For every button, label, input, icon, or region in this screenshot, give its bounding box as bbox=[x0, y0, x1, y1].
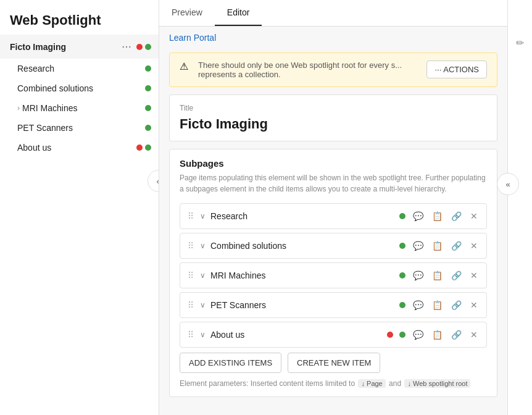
title-value: Ficto Imaging bbox=[180, 116, 487, 132]
row-chevron-icon[interactable]: ∨ bbox=[200, 212, 206, 220]
create-new-item-button[interactable]: CREATE NEW ITEM bbox=[288, 353, 380, 373]
row-copy-button[interactable]: 📋 bbox=[431, 269, 444, 282]
row-copy-button[interactable]: 📋 bbox=[431, 329, 444, 341]
subpage-row: ⠿ ∨ PET Scanners 💬 📋 🔗 ✕ bbox=[180, 292, 487, 318]
chevron-right-icon: › bbox=[17, 104, 20, 112]
row-delete-button[interactable]: ✕ bbox=[469, 210, 479, 222]
sidebar-item-label: About us bbox=[17, 143, 136, 153]
drag-handle-icon[interactable]: ⠿ bbox=[188, 330, 194, 340]
element-params: Element parameters: Inserted content ite… bbox=[180, 379, 487, 388]
main-content: Preview Editor Learn Portal ⚠ There shou… bbox=[159, 0, 507, 415]
row-icons: 💬 📋 🔗 ✕ bbox=[387, 329, 479, 341]
row-link-button[interactable]: 🔗 bbox=[450, 210, 463, 222]
row-label: Research bbox=[210, 211, 394, 221]
row-status-green bbox=[399, 272, 405, 279]
drag-handle-icon[interactable]: ⠿ bbox=[188, 270, 194, 280]
row-comment-button[interactable]: 💬 bbox=[412, 329, 425, 341]
row-comment-button[interactable]: 💬 bbox=[412, 269, 425, 282]
sidebar-item-dot-green bbox=[145, 105, 151, 111]
row-status-green bbox=[399, 302, 405, 308]
row-delete-button[interactable]: ✕ bbox=[469, 329, 479, 341]
sidebar-item-label: Combined solutions bbox=[17, 83, 145, 93]
row-delete-button[interactable]: ✕ bbox=[469, 240, 479, 252]
actions-button[interactable]: ··· ACTIONS bbox=[426, 61, 487, 78]
sidebar-item-pet-scanners[interactable]: PET Scanners bbox=[0, 118, 159, 138]
warning-icon: ⚠ bbox=[180, 61, 188, 72]
collapse-sidebar-button[interactable]: « bbox=[148, 170, 159, 192]
row-delete-button[interactable]: ✕ bbox=[469, 299, 479, 311]
sidebar-item-dot-green bbox=[145, 65, 151, 72]
collapse-right-button[interactable]: « bbox=[497, 173, 519, 195]
row-comment-button[interactable]: 💬 bbox=[412, 240, 425, 252]
sidebar-item-research[interactable]: Research bbox=[0, 59, 159, 78]
row-chevron-icon[interactable]: ∨ bbox=[200, 301, 206, 309]
title-section: Title Ficto Imaging bbox=[169, 94, 497, 141]
subpage-row: ⠿ ∨ Research 💬 📋 🔗 ✕ bbox=[180, 203, 487, 229]
row-status-green bbox=[399, 213, 405, 219]
tab-editor[interactable]: Editor bbox=[215, 0, 262, 26]
row-label: About us bbox=[210, 330, 382, 340]
breadcrumb-link[interactable]: Learn Portal bbox=[169, 33, 216, 43]
row-status-green bbox=[399, 243, 405, 249]
sidebar-item-combined-solutions[interactable]: Combined solutions bbox=[0, 78, 159, 98]
title-label: Title bbox=[180, 104, 487, 112]
sidebar-item-mri-machines[interactable]: › MRI Machines bbox=[0, 98, 159, 118]
add-existing-items-button[interactable]: ADD EXISTING ITEMS bbox=[180, 353, 281, 373]
sidebar-item-dot-red bbox=[136, 44, 143, 50]
sidebar-item-dot-green bbox=[145, 85, 151, 91]
sidebar-item-label: PET Scanners bbox=[17, 123, 145, 133]
row-copy-button[interactable]: 📋 bbox=[431, 240, 444, 252]
sidebar-item-dot-red bbox=[136, 145, 143, 151]
warning-banner: ⚠ There should only be one Web spotlight… bbox=[169, 52, 497, 87]
tab-preview[interactable]: Preview bbox=[159, 0, 215, 26]
row-label: MRI Machines bbox=[210, 270, 394, 280]
main-wrapper: Preview Editor Learn Portal ⚠ There shou… bbox=[159, 0, 532, 415]
sidebar-item-icons bbox=[136, 145, 151, 151]
row-comment-button[interactable]: 💬 bbox=[412, 299, 425, 311]
subpages-section: Subpages Page items populating this elem… bbox=[169, 149, 497, 397]
subpages-title: Subpages bbox=[180, 158, 487, 169]
drag-handle-icon[interactable]: ⠿ bbox=[188, 241, 194, 251]
row-icons: 💬 📋 🔗 ✕ bbox=[399, 210, 479, 222]
drag-handle-icon[interactable]: ⠿ bbox=[188, 300, 194, 310]
sidebar-item-dot-green bbox=[145, 125, 151, 131]
row-chevron-icon[interactable]: ∨ bbox=[200, 330, 206, 339]
row-label: PET Scanners bbox=[210, 300, 394, 310]
row-copy-button[interactable]: 📋 bbox=[431, 210, 444, 222]
bottom-buttons: ADD EXISTING ITEMS CREATE NEW ITEM bbox=[180, 353, 487, 373]
row-comment-button[interactable]: 💬 bbox=[412, 210, 425, 222]
subpages-description: Page items populating this element will … bbox=[180, 172, 487, 195]
sidebar: Web Spotlight Ficto Imaging ⋯ Research C… bbox=[0, 0, 159, 415]
content-area: Learn Portal ⚠ There should only be one … bbox=[159, 27, 507, 415]
row-chevron-icon[interactable]: ∨ bbox=[200, 241, 206, 250]
sidebar-item-ficto-imaging[interactable]: Ficto Imaging ⋯ bbox=[0, 35, 159, 59]
row-status-red bbox=[387, 332, 393, 338]
sidebar-item-menu-button[interactable]: ⋯ bbox=[119, 40, 134, 54]
sidebar-item-label: MRI Machines bbox=[22, 103, 145, 113]
tabs-bar: Preview Editor bbox=[159, 0, 507, 27]
subpage-row: ⠿ ∨ Combined solutions 💬 📋 🔗 ✕ bbox=[180, 233, 487, 259]
sidebar-item-dot-green bbox=[145, 145, 151, 151]
row-delete-button[interactable]: ✕ bbox=[469, 269, 479, 282]
sidebar-item-icons bbox=[145, 125, 151, 131]
sidebar-item-about-us[interactable]: About us bbox=[0, 138, 159, 157]
sidebar-title: Web Spotlight bbox=[0, 0, 159, 35]
element-params-and: and bbox=[389, 379, 401, 388]
right-panel: « ✏ bbox=[507, 0, 532, 415]
row-link-button[interactable]: 🔗 bbox=[450, 269, 463, 282]
row-link-button[interactable]: 🔗 bbox=[450, 299, 463, 311]
sidebar-item-label: Ficto Imaging bbox=[10, 42, 119, 52]
sidebar-item-dot-green bbox=[145, 44, 151, 50]
pencil-icon[interactable]: ✏ bbox=[516, 37, 524, 49]
row-chevron-icon[interactable]: ∨ bbox=[200, 271, 206, 280]
drag-handle-icon[interactable]: ⠿ bbox=[188, 211, 194, 221]
sidebar-item-icons bbox=[145, 85, 151, 91]
row-icons: 💬 📋 🔗 ✕ bbox=[399, 269, 479, 282]
row-link-button[interactable]: 🔗 bbox=[450, 329, 463, 341]
row-link-button[interactable]: 🔗 bbox=[450, 240, 463, 252]
subpage-row: ⠿ ∨ About us 💬 📋 🔗 ✕ bbox=[180, 322, 487, 348]
row-copy-button[interactable]: 📋 bbox=[431, 299, 444, 311]
sidebar-item-label: Research bbox=[17, 64, 145, 73]
sidebar-item-icons bbox=[145, 105, 151, 111]
row-icons: 💬 📋 🔗 ✕ bbox=[399, 299, 479, 311]
